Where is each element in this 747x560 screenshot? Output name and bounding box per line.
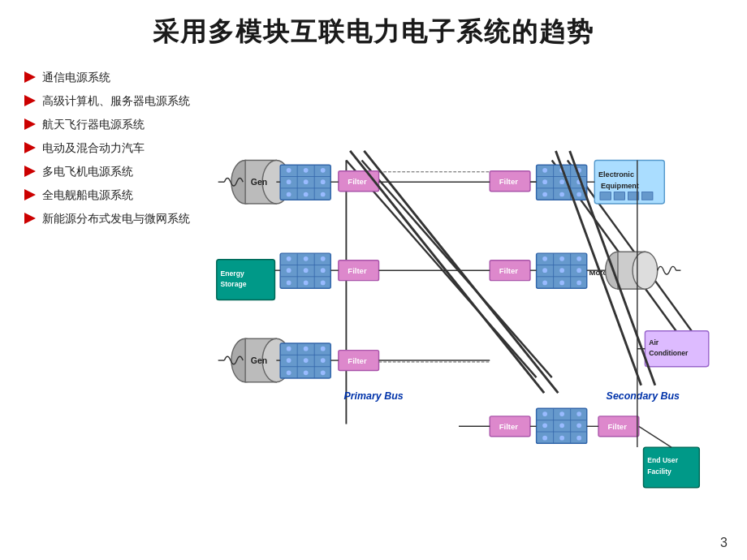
svg-point-80 bbox=[559, 268, 564, 273]
svg-text:Facility: Facility bbox=[647, 467, 671, 476]
filter5-label: Filter bbox=[348, 356, 367, 365]
svg-line-133 bbox=[639, 426, 671, 447]
svg-text:Equipment: Equipment bbox=[601, 182, 639, 190]
bullet-icon bbox=[24, 95, 36, 106]
svg-point-121 bbox=[576, 411, 581, 416]
bullet-text: 通信电源系统 bbox=[42, 69, 110, 86]
list-item: 电动及混合动力汽车 bbox=[24, 140, 195, 157]
svg-text:Conditioner: Conditioner bbox=[649, 349, 689, 357]
svg-point-76 bbox=[542, 256, 547, 261]
filter7-label: Filter bbox=[608, 422, 628, 431]
page-number: 3 bbox=[720, 536, 728, 550]
bullet-text: 新能源分布式发电与微网系统 bbox=[42, 210, 190, 227]
svg-point-64 bbox=[304, 281, 309, 286]
diagram-area: Gen bbox=[195, 65, 723, 535]
svg-point-36 bbox=[542, 179, 547, 184]
svg-point-22 bbox=[321, 192, 326, 197]
svg-point-16 bbox=[321, 168, 326, 173]
svg-point-81 bbox=[576, 268, 581, 273]
energy-storage-label: Energy bbox=[221, 269, 244, 278]
electronic-equipment-label: Electronic bbox=[598, 170, 634, 179]
gen1-label: Gen bbox=[251, 177, 267, 187]
bullet-icon bbox=[24, 142, 36, 153]
svg-point-79 bbox=[542, 268, 547, 273]
svg-point-105 bbox=[321, 358, 326, 363]
svg-point-108 bbox=[321, 370, 326, 375]
svg-point-61 bbox=[304, 268, 309, 273]
svg-point-126 bbox=[559, 436, 564, 441]
svg-point-63 bbox=[287, 281, 291, 286]
filter4-label: Filter bbox=[499, 266, 519, 275]
bullet-list: 通信电源系统 高级计算机、服务器电源系统 航天飞行器电源系统 电动及混合动力汽车… bbox=[24, 65, 195, 535]
svg-point-83 bbox=[559, 281, 564, 286]
diagram-svg: Gen bbox=[195, 65, 723, 535]
svg-rect-45 bbox=[600, 192, 611, 200]
list-item: 航天飞行器电源系统 bbox=[24, 116, 195, 133]
bullet-text: 高级计算机、服务器电源系统 bbox=[42, 93, 190, 110]
bullet-icon bbox=[24, 118, 36, 130]
gen2-label: Gen bbox=[251, 355, 267, 365]
slide: 采用多模块互联电力电子系统的趋势 通信电源系统 高级计算机、服务器电源系统 航天… bbox=[0, 0, 747, 560]
svg-point-33 bbox=[542, 168, 547, 173]
slide-title: 采用多模块互联电力电子系统的趋势 bbox=[24, 15, 723, 50]
svg-point-119 bbox=[542, 411, 547, 416]
list-item: 全电舰船电源系统 bbox=[24, 187, 195, 204]
list-item: 新能源分布式发电与微网系统 bbox=[24, 210, 195, 227]
end-user-facility-label: End User bbox=[647, 456, 678, 464]
filter6-label: Filter bbox=[499, 422, 519, 431]
primary-bus-label: Primary Bus bbox=[344, 390, 404, 402]
secondary-bus-label: Secondary Bus bbox=[607, 390, 680, 402]
content-area: 通信电源系统 高级计算机、服务器电源系统 航天飞行器电源系统 电动及混合动力汽车… bbox=[24, 65, 723, 535]
svg-point-60 bbox=[287, 268, 291, 273]
svg-point-107 bbox=[304, 370, 309, 375]
svg-point-102 bbox=[321, 347, 326, 351]
svg-point-82 bbox=[542, 281, 547, 286]
list-item: 高级计算机、服务器电源系统 bbox=[24, 93, 195, 110]
list-item: 多电飞机电源系统 bbox=[24, 163, 195, 180]
bullet-text: 多电飞机电源系统 bbox=[42, 163, 133, 180]
svg-point-62 bbox=[321, 268, 326, 273]
svg-point-123 bbox=[559, 423, 564, 428]
svg-point-14 bbox=[287, 168, 291, 173]
bullet-icon bbox=[24, 213, 36, 224]
svg-point-78 bbox=[576, 256, 581, 261]
list-item: 通信电源系统 bbox=[24, 69, 195, 86]
svg-point-127 bbox=[576, 436, 581, 441]
filter2-label: Filter bbox=[499, 177, 519, 186]
svg-point-37 bbox=[559, 179, 564, 184]
svg-point-41 bbox=[576, 192, 581, 197]
svg-point-18 bbox=[304, 179, 309, 184]
svg-point-106 bbox=[287, 370, 291, 375]
svg-rect-48 bbox=[642, 192, 653, 200]
svg-point-19 bbox=[321, 179, 326, 184]
svg-point-77 bbox=[559, 256, 564, 261]
air-conditioner-label: Air bbox=[649, 338, 659, 347]
bullet-text: 全电舰船电源系统 bbox=[42, 187, 133, 204]
svg-point-59 bbox=[321, 256, 326, 261]
bullet-icon bbox=[24, 166, 36, 177]
filter3-label: Filter bbox=[348, 266, 367, 275]
svg-point-17 bbox=[287, 179, 291, 184]
bullet-text: 电动及混合动力汽车 bbox=[42, 140, 145, 157]
bullet-icon bbox=[24, 189, 36, 200]
svg-point-88 bbox=[633, 252, 658, 289]
bullet-icon bbox=[24, 71, 36, 83]
svg-rect-46 bbox=[614, 192, 624, 200]
svg-point-120 bbox=[559, 411, 564, 416]
svg-point-57 bbox=[287, 256, 291, 261]
svg-point-15 bbox=[304, 168, 309, 173]
svg-point-101 bbox=[304, 347, 309, 351]
svg-point-39 bbox=[542, 192, 547, 197]
svg-point-125 bbox=[542, 436, 547, 441]
svg-point-65 bbox=[321, 281, 326, 286]
svg-point-100 bbox=[287, 347, 291, 351]
svg-point-103 bbox=[287, 358, 291, 363]
svg-point-40 bbox=[559, 192, 564, 197]
svg-point-104 bbox=[304, 358, 309, 363]
svg-point-20 bbox=[287, 192, 291, 197]
svg-point-124 bbox=[576, 423, 581, 428]
svg-point-58 bbox=[304, 256, 309, 261]
svg-text:Storage: Storage bbox=[221, 280, 247, 288]
svg-point-21 bbox=[304, 192, 309, 197]
svg-point-122 bbox=[542, 423, 547, 428]
